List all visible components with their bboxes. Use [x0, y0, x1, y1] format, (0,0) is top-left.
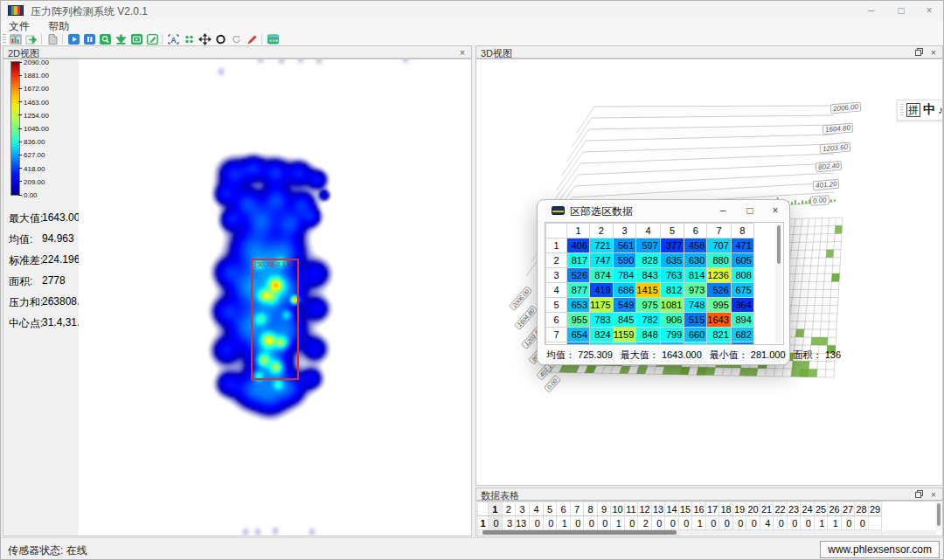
- col-header[interactable]: 4: [530, 502, 544, 516]
- col-header[interactable]: 17: [705, 502, 719, 516]
- minimize-button[interactable]: –: [858, 1, 885, 20]
- dialog-data-cell[interactable]: 419: [590, 283, 614, 298]
- dialog-data-cell[interactable]: 675: [731, 283, 753, 298]
- dialog-row-header[interactable]: 8: [546, 342, 567, 346]
- table-horizontal-scrollbar[interactable]: [478, 530, 936, 535]
- dialog-data-cell[interactable]: 848: [636, 328, 660, 342]
- dialog-data-cell[interactable]: 1236: [707, 268, 731, 283]
- table-cell[interactable]: 0: [732, 516, 746, 530]
- title-bar[interactable]: 压力阵列检测系统 V2.0.1 – □ ×: [1, 1, 944, 20]
- dialog-data-cell[interactable]: 814: [684, 268, 707, 283]
- dialog-data-cell[interactable]: 995: [707, 298, 731, 313]
- dialog-data-cell[interactable]: 721: [590, 239, 614, 253]
- dialog-data-cell[interactable]: 635: [660, 253, 684, 268]
- document-icon[interactable]: [46, 33, 59, 45]
- dialog-col-header[interactable]: 7: [707, 224, 731, 239]
- dialog-data-cell[interactable]: 783: [590, 313, 614, 328]
- dialog-col-header[interactable]: 8: [731, 224, 753, 239]
- menu-help[interactable]: 帮助: [40, 20, 77, 33]
- col-header[interactable]: 8: [584, 502, 598, 516]
- table-cell[interactable]: 0: [584, 516, 598, 530]
- pen-icon[interactable]: [246, 33, 259, 45]
- dialog-data-cell[interactable]: 590: [613, 253, 636, 268]
- table-cell[interactable]: 0: [651, 516, 665, 530]
- ime-sound-icon[interactable]: ♪: [938, 104, 943, 116]
- table-cell[interactable]: 1: [828, 516, 842, 530]
- dialog-data-cell[interactable]: 1415: [636, 283, 660, 298]
- table-cell[interactable]: 0: [530, 516, 544, 530]
- dialog-data-cell[interactable]: 747: [590, 253, 614, 268]
- export-icon[interactable]: [25, 33, 38, 45]
- dialog-data-cell[interactable]: 763: [660, 268, 684, 283]
- dialog-col-header[interactable]: 2: [590, 224, 614, 239]
- col-header[interactable]: 24: [801, 502, 815, 516]
- table-cell[interactable]: 2: [638, 516, 652, 530]
- dialog-col-header[interactable]: 4: [636, 224, 660, 239]
- table-cell[interactable]: 0: [719, 516, 733, 530]
- dialog-col-header[interactable]: 6: [684, 224, 707, 239]
- dialog-data-cell[interactable]: 877: [567, 283, 590, 298]
- panel-table-float-icon[interactable]: [913, 489, 925, 501]
- dialog-data-cell[interactable]: 740: [707, 342, 731, 346]
- play-icon[interactable]: [67, 33, 80, 45]
- dialog-row-header[interactable]: 5: [546, 298, 567, 313]
- col-header[interactable]: 5: [543, 502, 557, 516]
- dialog-data-cell[interactable]: 780: [684, 342, 707, 346]
- dialog-data-cell[interactable]: 828: [636, 253, 660, 268]
- dialog-data-cell[interactable]: 973: [684, 283, 707, 298]
- col-header[interactable]: 11: [624, 502, 638, 516]
- table-cell[interactable]: 0: [543, 516, 557, 530]
- dialog-row-header[interactable]: 4: [546, 283, 567, 298]
- dialog-row-header[interactable]: 7: [546, 328, 567, 342]
- col-header[interactable]: 20: [746, 502, 760, 516]
- close-button[interactable]: ×: [916, 1, 942, 20]
- record-icon[interactable]: [130, 33, 143, 45]
- dialog-data-cell[interactable]: 458: [684, 239, 707, 253]
- dialog-row-header[interactable]: 1: [546, 239, 567, 253]
- download-icon[interactable]: [115, 33, 128, 45]
- panel-2d-close-icon[interactable]: ×: [456, 47, 469, 59]
- col-header[interactable]: 25: [814, 502, 828, 516]
- dialog-data-cell[interactable]: 843: [636, 268, 660, 283]
- col-header[interactable]: 15: [678, 502, 692, 516]
- table-cell[interactable]: 1: [557, 516, 571, 530]
- panel-table-close-icon[interactable]: ×: [927, 489, 940, 501]
- table-cell[interactable]: 0: [624, 516, 638, 530]
- dialog-data-cell[interactable]: 515: [684, 313, 707, 328]
- text-annotate-icon[interactable]: A: [167, 33, 180, 45]
- menu-file[interactable]: 文件: [1, 20, 38, 33]
- ime-language-indicator[interactable]: 中: [923, 102, 935, 118]
- table-cell[interactable]: 3: [502, 516, 516, 530]
- dialog-data-cell[interactable]: 817: [567, 253, 590, 268]
- table-cell[interactable]: 0: [746, 516, 760, 530]
- dialog-data-cell[interactable]: 1643: [707, 313, 731, 328]
- dialog-minimize-button[interactable]: –: [711, 202, 735, 219]
- dialog-data-cell[interactable]: 874: [590, 268, 614, 283]
- dialog-data-cell[interactable]: 549: [613, 298, 636, 313]
- row-header[interactable]: 1: [478, 516, 489, 530]
- dialog-row-header[interactable]: 3: [546, 268, 567, 283]
- table-cell[interactable]: 0: [705, 516, 719, 530]
- dialog-close-button[interactable]: ×: [763, 202, 788, 219]
- col-header[interactable]: 21: [760, 502, 774, 516]
- rotate-icon[interactable]: [230, 33, 243, 45]
- dialog-data-cell[interactable]: 821: [707, 328, 731, 342]
- dialog-data-cell[interactable]: 630: [684, 253, 707, 268]
- dialog-row-header[interactable]: 6: [546, 313, 567, 328]
- col-header[interactable]: 7: [570, 502, 584, 516]
- dialog-data-cell[interactable]: 700: [636, 342, 660, 346]
- table-cell[interactable]: 1: [692, 516, 706, 530]
- selection-rectangle[interactable]: (30,28,8,17): [251, 259, 299, 380]
- table-cell[interactable]: 0: [855, 516, 869, 530]
- dialog-data-cell[interactable]: 686: [613, 283, 636, 298]
- table-cell[interactable]: 0: [841, 516, 855, 530]
- dialog-col-header[interactable]: 1: [567, 224, 590, 239]
- col-header[interactable]: 2: [502, 502, 516, 516]
- col-header[interactable]: 29: [868, 502, 882, 516]
- dialog-data-cell[interactable]: 561: [613, 239, 636, 253]
- dialog-data-cell[interactable]: 406: [567, 239, 590, 253]
- move-icon[interactable]: [198, 33, 212, 45]
- dialog-data-cell[interactable]: 654: [567, 328, 590, 342]
- dialog-data-cell[interactable]: 526: [567, 268, 590, 283]
- dialog-data-cell[interactable]: 1081: [660, 298, 684, 313]
